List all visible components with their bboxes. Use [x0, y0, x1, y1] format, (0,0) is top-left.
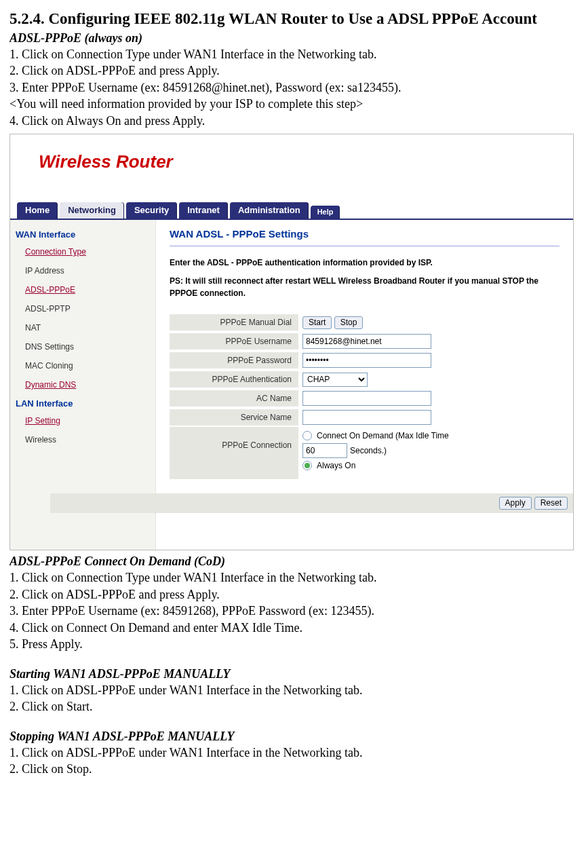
tab-home[interactable]: Home	[17, 202, 58, 219]
footer-bar: Apply Reset	[50, 493, 573, 513]
sidebar-item-ip-setting[interactable]: IP Setting	[10, 411, 155, 430]
start-button[interactable]: Start	[302, 316, 332, 329]
reset-button[interactable]: Reset	[534, 497, 568, 510]
step-text: 1. Click on ADSL-PPPoE under WAN1 Interf…	[9, 745, 579, 761]
pppoe-password-input[interactable]	[302, 353, 431, 368]
section3-title: Starting WAN1 ADSL-PPPoE MANUALLY	[9, 667, 579, 681]
sidebar-item-ip-address[interactable]: IP Address	[10, 261, 155, 280]
tab-bar: Home Networking Security Intranet Admini…	[10, 201, 573, 219]
pppoe-auth-select[interactable]: CHAP	[302, 373, 368, 387]
step-text: <You will need information provided by y…	[9, 96, 579, 112]
radio-always-on[interactable]	[302, 461, 312, 470]
page-heading: 5.2.4. Configuring IEEE 802.11g WLAN Rou…	[9, 10, 579, 29]
section4-title: Stopping WAN1 ADSL-PPPoE MANUALLY	[9, 730, 579, 744]
sidebar-item-dns-settings[interactable]: DNS Settings	[10, 337, 155, 356]
section1-title: ADSL-PPPoE (always on)	[9, 31, 579, 45]
sidebar-item-nat[interactable]: NAT	[10, 318, 155, 337]
section2-title: ADSL-PPPoE Connect On Demand (CoD)	[9, 554, 579, 569]
idle-time-input[interactable]	[302, 443, 347, 458]
step-text: 5. Press Apply.	[9, 637, 579, 652]
label-service-name: Service Name	[170, 409, 298, 426]
sidebar-item-connection-type[interactable]: Connection Type	[10, 242, 155, 261]
tab-administration[interactable]: Administration	[230, 202, 309, 219]
sidebar-item-adsl-pppoe[interactable]: ADSL-PPPoE	[10, 280, 155, 299]
step-text: 1. Click on Connection Type under WAN1 I…	[9, 47, 579, 62]
tab-intranet[interactable]: Intranet	[179, 202, 228, 219]
intro-line-1: Enter the ADSL - PPPoE authentication in…	[170, 257, 560, 269]
label-manual-dial: PPPoE Manual Dial	[170, 314, 298, 331]
tab-networking[interactable]: Networking	[60, 202, 124, 219]
label-auth: PPPoE Authentication	[170, 371, 298, 388]
sidebar-item-mac-cloning[interactable]: MAC Cloning	[10, 356, 155, 375]
label-ac-name: AC Name	[170, 390, 298, 407]
pppoe-username-input[interactable]	[302, 334, 431, 349]
sidebar-item-dynamic-dns[interactable]: Dynamic DNS	[10, 375, 155, 394]
step-text: 3. Enter PPPoE Username (ex: 84591268), …	[9, 603, 579, 619]
sidebar-cat-lan: LAN Interface	[10, 394, 155, 411]
sidebar-item-adsl-pptp[interactable]: ADSL-PPTP	[10, 299, 155, 318]
ac-name-input[interactable]	[302, 391, 431, 406]
step-text: 2. Click on ADSL-PPPoE and press Apply.	[9, 63, 579, 79]
apply-button[interactable]: Apply	[499, 497, 532, 510]
service-name-input[interactable]	[302, 410, 431, 425]
step-text: 2. Click on Stop.	[9, 761, 579, 777]
label-username: PPPoE Username	[170, 333, 298, 350]
label-password: PPPoE Password	[170, 352, 298, 369]
always-on-label: Always On	[317, 459, 355, 472]
step-text: 1. Click on ADSL-PPPoE under WAN1 Interf…	[9, 683, 579, 698]
radio-connect-on-demand[interactable]	[302, 431, 312, 440]
connect-on-demand-label-a: Connect On Demand (Max Idle Time	[317, 430, 449, 442]
label-connection: PPPoE Connection	[170, 427, 298, 480]
content-title: WAN ADSL - PPPoE Settings	[170, 225, 560, 246]
stop-button[interactable]: Stop	[334, 316, 364, 329]
connect-on-demand-label-b: Seconds.)	[350, 445, 387, 457]
content-pane: WAN ADSL - PPPoE Settings Enter the ADSL…	[156, 220, 573, 550]
step-text: 4. Click on Always On and press Apply.	[9, 113, 579, 129]
router-screenshot: Wireless Router Home Networking Security…	[9, 134, 574, 550]
router-brand: Wireless Router	[39, 151, 173, 172]
router-banner: Wireless Router	[10, 134, 573, 201]
sidebar-item-wireless[interactable]: Wireless	[10, 430, 155, 449]
tab-help[interactable]: Help	[311, 206, 340, 219]
intro-line-2: PS: It will still reconnect after restar…	[170, 276, 560, 299]
sidebar-cat-wan: WAN Interface	[10, 225, 155, 242]
step-text: 4. Click on Connect On Demand and enter …	[9, 620, 579, 636]
step-text: 1. Click on Connection Type under WAN1 I…	[9, 570, 579, 586]
step-text: 2. Click on Start.	[9, 699, 579, 715]
step-text: 3. Enter PPPoE Username (ex: 84591268@hi…	[9, 80, 579, 96]
step-text: 2. Click on ADSL-PPPoE and press Apply.	[9, 587, 579, 603]
tab-security[interactable]: Security	[126, 202, 177, 219]
